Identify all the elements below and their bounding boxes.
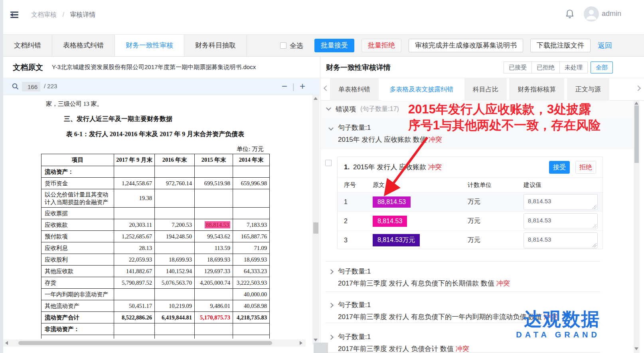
scrollbar-corner <box>314 343 328 353</box>
document-table-title: 表 6-1：发行人 2014-2016 年末及 2017 年 9 月末合并资产负… <box>41 130 269 139</box>
resize-grip-icon <box>593 205 597 209</box>
error-group-label: 错误项 <box>336 105 356 114</box>
scroll-up-icon[interactable] <box>314 97 318 100</box>
user-avatar[interactable] <box>584 6 599 23</box>
conflict-row: 3 8,814.53万元 万元 8,814.53 <box>338 230 603 250</box>
tab-doc-correction[interactable]: 文档纠错 <box>3 35 52 56</box>
finish-generate-button[interactable]: 审核完成并生成修改版募集说明书 <box>409 39 523 52</box>
sentence-count-label: 句子数量:1 <box>338 332 371 341</box>
conflict-card-checkbox[interactable] <box>325 160 332 166</box>
notification-bell-icon[interactable] <box>565 9 575 21</box>
col-2015: 2015 年末 <box>195 154 233 166</box>
error-list: 错误项 (句子数量:17) 2015年发行人应收账款，3处披露 序号1与其他两处… <box>320 101 634 353</box>
chevron-down-icon <box>328 125 334 131</box>
scroll-down-icon[interactable] <box>634 347 638 350</box>
scroll-up-icon[interactable] <box>634 102 638 105</box>
toolbar-band: 文档纠错 表格格式纠错 财务一致性审核 财务科目抽取 全选 批量接受 批量拒绝 … <box>3 34 644 57</box>
datagrand-watermark: 达观数据 DATA GRAND <box>516 309 600 340</box>
seq-label: 2 <box>344 218 373 225</box>
conflict-card-header: 1. 2015年 发行人 应收账款 冲突 接受 拒绝 <box>338 157 603 178</box>
sidebar-collapse-icon[interactable] <box>9 10 19 21</box>
tab-financial-subject-extraction[interactable]: 财务科目抽取 <box>184 35 247 56</box>
review-tab-strip: 单表格纠错 多表格及表文披露纠错 科目占比 财务指标核算 正文与源 <box>320 78 644 101</box>
table-row: 以公允价值计量且其变动 计入当期损益的金融资产19.38 <box>41 189 270 208</box>
table-row: 流动资产合计8,522,886.266,419,844.815,170,875.… <box>41 312 270 323</box>
sentence-count-label: 句子数量:1 <box>338 123 371 132</box>
filter-unprocessed[interactable]: 未处理 <box>559 61 588 73</box>
suggested-value-input[interactable]: 8,814.53 <box>523 194 598 210</box>
tabs-scroll-left-icon[interactable] <box>324 85 329 91</box>
unit-label: 万元 <box>468 236 523 244</box>
original-badge-1[interactable]: 88,814.53 <box>373 196 411 208</box>
vertical-scroll-thumb[interactable] <box>634 105 639 163</box>
table-row: 存货5,790,897.525,076,563.704,205,000.743,… <box>41 277 270 289</box>
select-all-checkbox[interactable] <box>280 42 286 49</box>
search-icon[interactable] <box>12 83 19 91</box>
table-row: 应收票据 <box>41 208 270 219</box>
zoom-in-button[interactable]: + <box>300 80 305 93</box>
batch-reject-button[interactable]: 批量拒绝 <box>362 39 401 52</box>
reject-button[interactable]: 拒绝 <box>575 161 596 174</box>
document-filename: Y-3北京城建投资发展股份有限公司2017年度第一期中期票据募集说明书.docx <box>52 63 256 71</box>
page-number-input[interactable] <box>22 82 40 91</box>
batch-accept-button[interactable]: 批量接受 <box>314 39 354 52</box>
col-2017-sep: 2017 年 9 月末 <box>114 154 155 166</box>
original-badge-2[interactable]: 8,814.53 <box>373 216 407 227</box>
chevron-right-icon <box>328 303 334 308</box>
back-link[interactable]: 返回 <box>598 41 612 50</box>
seq-label: 1 <box>344 198 373 206</box>
table-row: 其他应收款141,882.67140,152.94129,697.3364,33… <box>41 266 270 277</box>
divider <box>325 352 601 353</box>
scroll-down-icon[interactable] <box>314 339 318 341</box>
document-viewport[interactable]: 家，三级公司 13 家。 三、发行人近三年及一期主要财务数据 表 6-1：发行人… <box>3 95 309 339</box>
tab-financial-indicator[interactable]: 财务指标核算 <box>509 78 564 101</box>
document-panel: 文档原文 Y-3北京城建投资发展股份有限公司2017年度第一期中期票据募集说明书… <box>3 57 320 353</box>
review-panel-scrollbar[interactable] <box>634 101 640 353</box>
scroll-left-icon[interactable] <box>5 341 8 345</box>
table-row: 一年内到期的非流动资产40,000.00 <box>41 289 270 300</box>
table-row: 其他流动资产50,451.1710,219.099,486.0140,058.9… <box>41 300 270 312</box>
accept-button[interactable]: 接受 <box>549 161 570 174</box>
breadcrumb-section[interactable]: 文档审核 <box>31 11 57 18</box>
filter-accepted[interactable]: 已接受 <box>504 61 532 73</box>
app-window: 文档审核 / 审核详情 admin 文档纠错 表格格式纠错 财务一致性审核 财务… <box>0 0 644 353</box>
vertical-scroll-thumb[interactable] <box>313 222 318 234</box>
scroll-right-icon[interactable] <box>300 341 302 345</box>
filter-all[interactable]: 全部 <box>591 61 613 73</box>
document-vertical-scrollbar[interactable] <box>312 95 319 344</box>
breadcrumb-current: 审核详情 <box>70 11 95 18</box>
conflict-detail-card: 1. 2015年 发行人 应收账款 冲突 接受 拒绝 序号 原文 计数单位 建议… <box>337 157 603 249</box>
tab-financial-consistency[interactable]: 财务一致性审核 <box>115 35 184 56</box>
conflict-card-title: 1. 2015年 发行人 应收账款 冲突 <box>344 163 442 172</box>
download-annotated-button[interactable]: 下载批注版文件 <box>530 39 591 52</box>
username-label[interactable]: admin <box>602 10 621 18</box>
sentence-count-label: 句子数量:1 <box>338 267 371 276</box>
table-header-row: 项目 2017 年 9 月末 2016 年末 2015 年末 2014 年末 <box>41 154 270 166</box>
conflict-badge: 冲突 <box>496 280 510 287</box>
chevron-right-icon <box>328 269 334 274</box>
horizontal-scroll-thumb[interactable] <box>18 341 272 345</box>
tab-text-vs-source[interactable]: 正文与源 <box>567 78 609 101</box>
error-description: 2017年前三季度 发行人 有息负债下的长期借款 数值 冲突 <box>338 279 510 288</box>
suggested-value-input[interactable]: 8,814.53 <box>523 213 598 229</box>
suggested-value-input[interactable]: 8,814.53 <box>523 232 598 248</box>
tab-subject-ratio[interactable]: 科目占比 <box>464 78 507 101</box>
tabs-scroll-right-icon[interactable] <box>635 85 641 91</box>
review-panel-header: 财务一致性审核详情 已接受 已拒绝 未处理 全部 <box>320 57 644 78</box>
annotation-text: 2015年发行人应收账款，3处披露 序号1与其他两处不一致，存在风险 <box>408 101 601 133</box>
divider <box>325 292 601 292</box>
filter-rejected[interactable]: 已拒绝 <box>531 61 560 73</box>
tab-table-format-correction[interactable]: 表格格式纠错 <box>52 35 115 56</box>
document-section-heading: 三、发行人近三年及一期主要财务数据 <box>64 115 172 123</box>
document-horizontal-scrollbar[interactable] <box>3 339 306 347</box>
zoom-out-button[interactable]: − <box>282 80 287 93</box>
resize-grip-icon <box>593 243 597 247</box>
document-paragraph: 家，三级公司 13 家。 <box>46 100 103 108</box>
review-panel: 财务一致性审核详情 已接受 已拒绝 未处理 全部 单表格纠错 多表格及表文披露纠… <box>320 57 644 353</box>
tab-single-table-correction[interactable]: 单表格纠错 <box>330 78 379 101</box>
error-group-count: (句子数量:17) <box>360 105 399 113</box>
original-badge-3[interactable]: 8,814.53万元 <box>373 234 420 246</box>
tab-multi-table-disclosure[interactable]: 多表格及表文披露纠错 <box>381 78 462 101</box>
watermark-cn: 达观数据 <box>516 309 600 329</box>
conflict-index: 1. <box>344 163 350 171</box>
